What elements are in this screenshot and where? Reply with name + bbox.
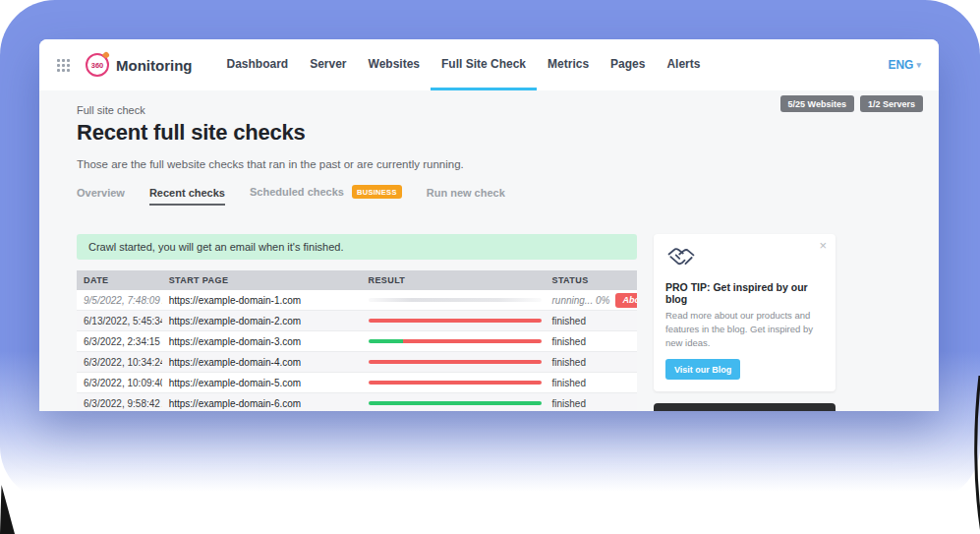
top-nav: 360 Monitoring DashboardServerWebsitesFu… bbox=[39, 39, 939, 90]
tab-label: Run new check bbox=[427, 187, 505, 199]
nav-item-metrics[interactable]: Metrics bbox=[537, 39, 600, 90]
table-row[interactable]: 6/3/2022, 10:34:24 AMhttps://example-dom… bbox=[77, 352, 637, 373]
nav-item-websites[interactable]: Websites bbox=[358, 39, 431, 90]
nav-item-full-site-check[interactable]: Full Site Check bbox=[431, 39, 537, 90]
check-status: finished bbox=[545, 378, 637, 388]
apps-grid-icon[interactable] bbox=[57, 59, 70, 72]
nav-menu: DashboardServerWebsitesFull Site CheckMe… bbox=[215, 39, 711, 90]
tab-run-new-check[interactable]: Run new check bbox=[427, 187, 505, 206]
tab-overview[interactable]: Overview bbox=[77, 187, 125, 206]
nav-item-dashboard[interactable]: Dashboard bbox=[215, 39, 299, 90]
check-start-page: https://example-domain-6.com bbox=[162, 398, 362, 409]
nav-item-alerts[interactable]: Alerts bbox=[656, 39, 711, 90]
check-status: finished bbox=[545, 336, 637, 347]
status-text: finished bbox=[551, 398, 585, 409]
nav-item-pages[interactable]: Pages bbox=[600, 39, 656, 90]
table-row[interactable]: 6/3/2022, 9:58:42 AMhttps://example-doma… bbox=[77, 393, 637, 411]
decor-black-sliver bbox=[972, 376, 980, 534]
progress-success-segment bbox=[369, 401, 542, 406]
tab-label: Recent checks bbox=[149, 187, 225, 199]
progress-bar bbox=[369, 401, 542, 406]
progress-error-segment bbox=[369, 360, 542, 365]
check-result bbox=[362, 360, 546, 365]
marketing-canvas: 360 Monitoring DashboardServerWebsitesFu… bbox=[0, 0, 980, 534]
check-result bbox=[362, 319, 546, 324]
check-date: 6/3/2022, 10:09:40 AM bbox=[77, 378, 162, 388]
pro-tip-card: × PRO TIP: Get inspired by our blog bbox=[654, 234, 836, 391]
decor-black-wedge bbox=[0, 485, 15, 534]
tab-recent-checks[interactable]: Recent checks bbox=[149, 187, 225, 206]
main-column: Crawl started, you will get an email whe… bbox=[77, 234, 637, 411]
progress-bar bbox=[369, 319, 542, 324]
logo-360-icon: 360 bbox=[86, 53, 109, 77]
close-icon[interactable]: × bbox=[819, 239, 827, 252]
check-date: 6/13/2022, 5:45:34 PM bbox=[77, 316, 162, 326]
tabs: OverviewRecent checksScheduled checksBUS… bbox=[77, 185, 939, 206]
page-description: Those are the full website checks that r… bbox=[77, 158, 939, 170]
nav-item-server[interactable]: Server bbox=[299, 39, 357, 90]
progress-bar bbox=[369, 339, 542, 344]
column-header-date: DATE bbox=[77, 275, 162, 285]
progress-error-segment bbox=[403, 339, 542, 344]
check-date: 6/3/2022, 10:34:24 AM bbox=[77, 357, 162, 368]
check-status: finished bbox=[545, 398, 637, 409]
status-text: finished bbox=[551, 336, 585, 347]
side-column: × PRO TIP: Get inspired by our blog bbox=[654, 234, 836, 411]
status-text: finished bbox=[551, 316, 585, 326]
check-start-page: https://example-domain-3.com bbox=[162, 336, 362, 347]
content-area: 5/25 Websites1/2 Servers Full site check… bbox=[39, 90, 939, 411]
page-title: Recent full site checks bbox=[77, 120, 939, 146]
quota-badge-1-2-servers[interactable]: 1/2 Servers bbox=[860, 95, 923, 112]
logo-number: 360 bbox=[91, 61, 104, 70]
pro-tip-body: Read more about our products and feature… bbox=[665, 309, 824, 349]
check-status: finished bbox=[545, 357, 637, 368]
check-result bbox=[362, 401, 546, 406]
success-alert: Crawl started, you will get an email whe… bbox=[77, 234, 637, 260]
column-header-start-page: START PAGE bbox=[162, 275, 362, 285]
check-start-page: https://example-domain-5.com bbox=[162, 378, 362, 388]
status-text: finished bbox=[551, 378, 585, 388]
handshake-icon bbox=[665, 246, 697, 269]
check-status: running... 0%Abort bbox=[545, 293, 637, 308]
abort-button[interactable]: Abort bbox=[615, 293, 637, 308]
app-window: 360 Monitoring DashboardServerWebsitesFu… bbox=[39, 39, 939, 411]
status-text: running... 0% bbox=[551, 295, 609, 306]
visit-blog-button[interactable]: Visit our Blog bbox=[665, 359, 740, 380]
table-row[interactable]: 6/3/2022, 2:34:15 PMhttps://example-doma… bbox=[77, 331, 637, 352]
logo[interactable]: 360 Monitoring bbox=[86, 39, 192, 90]
table-body: 9/5/2022, 7:48:09 AMhttps://example-doma… bbox=[77, 290, 637, 411]
table-header: DATESTART PAGERESULTSTATUS bbox=[77, 270, 637, 290]
check-start-page: https://example-domain-1.com bbox=[162, 295, 362, 306]
check-result bbox=[362, 298, 546, 303]
tab-label: Overview bbox=[77, 187, 125, 199]
business-badge: BUSINESS bbox=[352, 185, 402, 199]
progress-success-segment bbox=[369, 339, 403, 344]
column-header-status: STATUS bbox=[545, 275, 637, 285]
pro-tip-title: PRO TIP: Get inspired by our blog bbox=[665, 281, 824, 305]
logo-text: Monitoring bbox=[116, 57, 192, 74]
quota-badges: 5/25 Websites1/2 Servers bbox=[780, 95, 923, 112]
progress-bar bbox=[369, 360, 542, 365]
status-text: finished bbox=[551, 357, 585, 368]
check-date: 6/3/2022, 9:58:42 AM bbox=[77, 398, 162, 409]
table-row[interactable]: 6/3/2022, 10:09:40 AMhttps://example-dom… bbox=[77, 373, 637, 393]
table-row[interactable]: 6/13/2022, 5:45:34 PMhttps://example-dom… bbox=[77, 311, 637, 331]
progress-error-segment bbox=[369, 319, 542, 324]
language-label: ENG bbox=[888, 58, 913, 72]
alert-message: Crawl started, you will get an email whe… bbox=[88, 241, 344, 253]
progress-bar bbox=[369, 298, 542, 303]
check-date: 9/5/2022, 7:48:09 AM bbox=[77, 295, 162, 306]
status-card: Status SERVERS0 open alert(s)0 servers d… bbox=[654, 403, 836, 411]
flame-icon bbox=[102, 51, 110, 59]
check-date: 6/3/2022, 2:34:15 PM bbox=[77, 336, 162, 347]
check-start-page: https://example-domain-4.com bbox=[162, 357, 362, 368]
quota-badge-5-25-websites[interactable]: 5/25 Websites bbox=[780, 95, 854, 112]
check-result bbox=[362, 381, 546, 386]
progress-error-segment bbox=[369, 381, 542, 386]
check-status: finished bbox=[545, 316, 637, 326]
language-selector[interactable]: ENG ▾ bbox=[888, 39, 921, 90]
table-row[interactable]: 9/5/2022, 7:48:09 AMhttps://example-doma… bbox=[77, 290, 637, 311]
tab-label: Scheduled checks bbox=[250, 186, 344, 198]
content-columns: Crawl started, you will get an email whe… bbox=[77, 234, 939, 411]
tab-scheduled-checks[interactable]: Scheduled checksBUSINESS bbox=[250, 185, 402, 206]
